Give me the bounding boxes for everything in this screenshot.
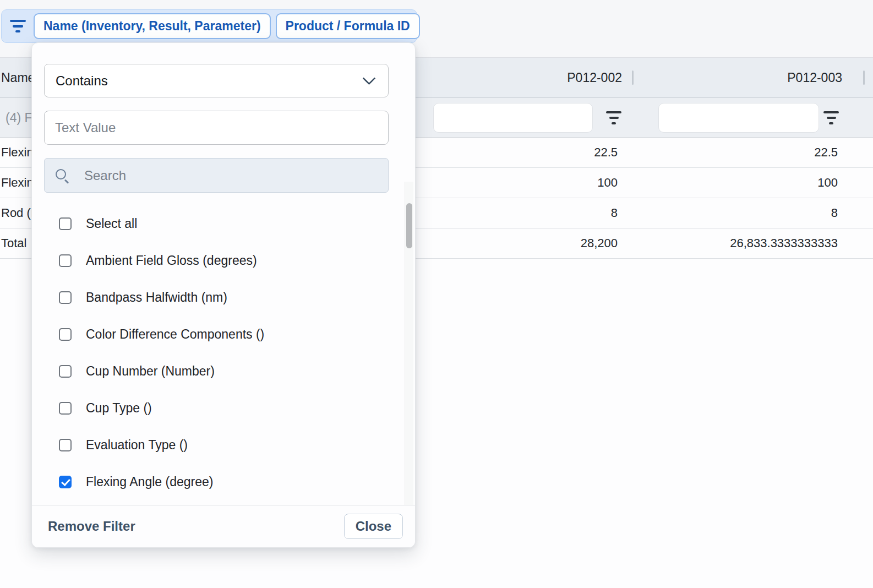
filter-option[interactable]: Bandpass Halfwidth (nm) [44,279,399,316]
checkbox[interactable] [59,439,72,451]
filter-option[interactable]: Color Difference Components () [44,316,399,353]
filter-popup: Contains Select all Ambient Field Gloss … [31,42,416,548]
filter-icon [10,20,26,33]
column-divider [632,70,634,85]
search-box[interactable] [44,158,389,193]
remove-filter-link[interactable]: Remove Filter [48,519,135,534]
filter-option-label: Flexing Angle (degree) [86,475,213,489]
popup-footer: Remove Filter Close [32,505,415,547]
filter-chip-name[interactable]: Name (Inventory, Result, Parameter) [34,13,271,39]
checkbox[interactable] [59,291,72,304]
cell-value: 8 [831,206,838,220]
cell-value: 26,833.3333333333 [730,236,838,251]
filter-option[interactable]: Flexing Angle (degree) [44,464,399,500]
filter-option-label: Cup Number (Number) [86,364,215,379]
search-input[interactable] [83,167,378,184]
row-label: Rod (r [1,206,35,220]
filter-toolbar: Name (Inventory, Result, Parameter) Prod… [1,9,417,43]
column-header-p012-002: P012-002 [567,70,622,85]
checkbox[interactable] [59,254,72,267]
filter-option-label: Bandpass Halfwidth (nm) [86,290,227,305]
checkbox[interactable] [59,328,72,341]
cell-value: 100 [597,176,618,190]
scrollbar[interactable] [405,182,413,506]
filter-option-label: Ambient Field Gloss (degrees) [86,253,257,268]
cell-value: 22.5 [594,145,618,160]
operator-select[interactable]: Contains [44,64,389,97]
close-button[interactable]: Close [344,514,403,539]
checkbox[interactable] [59,476,72,488]
filter-summary: (4) F [6,110,32,125]
column-filter-input-p012-002[interactable] [433,103,593,133]
column-filter-icon[interactable] [823,111,839,124]
text-value-input[interactable] [44,111,389,145]
operator-value: Contains [56,73,108,89]
filter-option-label: Color Difference Components () [86,327,264,342]
checkbox[interactable] [59,402,72,415]
column-header-name: Name [1,70,35,85]
row-label: Flexin [1,176,34,190]
row-label: Flexin [1,145,34,160]
filter-option-label: Cup Type () [86,401,152,416]
filter-option[interactable]: Cup Type () [44,390,399,427]
filter-option[interactable]: Select all [44,205,399,242]
search-icon [54,168,69,183]
cell-value: 28,200 [581,236,618,251]
filter-option[interactable]: Ambient Field Gloss (degrees) [44,242,399,279]
checkbox[interactable] [59,217,72,230]
cell-value: 100 [817,176,838,190]
scrollbar-thumb[interactable] [406,203,412,248]
chevron-down-icon [362,72,375,85]
column-filter-icon[interactable] [606,111,621,124]
column-filter-input-p012-003[interactable] [658,103,819,133]
page: Name P012-002 P012-003 (4) F Flexin 22.5… [0,0,873,588]
filter-option[interactable]: Evaluation Type () [44,427,399,464]
column-divider [863,70,865,85]
filter-option-label: Evaluation Type () [86,438,188,453]
filter-option[interactable]: Cup Number (Number) [44,353,399,390]
checkbox[interactable] [59,365,72,378]
row-label: Total [1,236,26,251]
filter-chip-product-formula-id[interactable]: Product / Formula ID [276,13,420,39]
column-header-p012-003: P012-003 [787,70,842,85]
filter-menu-button[interactable] [10,20,34,33]
filter-options-list: Select all Ambient Field Gloss (degrees)… [44,205,399,502]
filter-option-label: Select all [86,216,137,231]
cell-value: 8 [611,206,618,220]
cell-value: 22.5 [814,145,838,160]
